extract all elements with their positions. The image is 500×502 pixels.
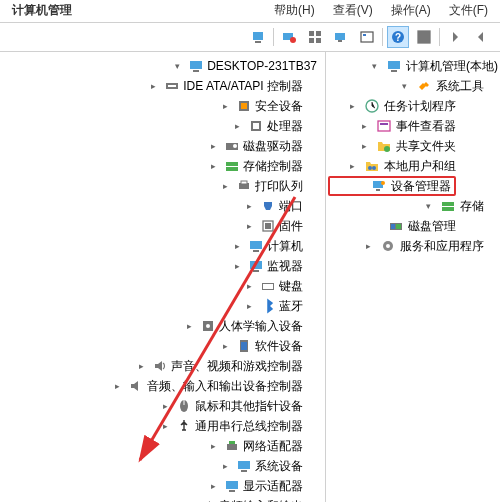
- chevron-right-icon[interactable]: ▸: [223, 461, 233, 471]
- svg-rect-64: [229, 441, 235, 444]
- chevron-down-icon[interactable]: ▾: [372, 61, 382, 71]
- device-item-storage-ctrl[interactable]: ▸存储控制器: [6, 156, 303, 176]
- tree-services[interactable]: ▸ 服务和应用程序: [328, 236, 484, 256]
- chevron-right-icon[interactable]: ▸: [235, 261, 245, 271]
- tree-disk-management[interactable]: 磁盘管理: [328, 216, 456, 236]
- chevron-right-icon[interactable]: ▸: [366, 241, 376, 251]
- toolbar-back-icon[interactable]: [470, 26, 492, 48]
- device-item-sw-device[interactable]: ▸软件设备: [6, 336, 303, 356]
- device-item-cpu[interactable]: ▸处理器: [6, 116, 303, 136]
- bluetooth-icon: [260, 298, 276, 314]
- chevron-right-icon[interactable]: ▸: [163, 421, 173, 431]
- chevron-right-icon[interactable]: ▸: [223, 101, 233, 111]
- toolbar-scan-icon[interactable]: [330, 26, 352, 48]
- svg-rect-18: [391, 70, 397, 72]
- tree-label: 服务和应用程序: [400, 238, 484, 255]
- tree-shared-folders[interactable]: ▸ 共享文件夹: [328, 136, 456, 156]
- chevron-right-icon[interactable]: ▸: [247, 301, 257, 311]
- device-item-root[interactable]: ▸固件: [6, 216, 303, 236]
- toolbar-uninstall-icon[interactable]: [278, 26, 300, 48]
- tree-label: 存储: [460, 198, 484, 215]
- chevron-right-icon[interactable]: ▸: [350, 161, 360, 171]
- chevron-right-icon[interactable]: ▸: [362, 121, 372, 131]
- toolbar-devices-icon[interactable]: [247, 26, 269, 48]
- storage-ctrl-icon: [224, 158, 240, 174]
- chevron-right-icon[interactable]: ▸: [223, 181, 233, 191]
- chevron-down-icon[interactable]: ▾: [402, 81, 412, 91]
- device-item-bluetooth[interactable]: ▸蓝牙: [6, 296, 303, 316]
- usb-icon: [176, 418, 192, 434]
- device-label: 计算机: [267, 238, 303, 255]
- device-item-mouse[interactable]: ▸鼠标和其他指针设备: [6, 396, 303, 416]
- device-item-port[interactable]: ▸端口: [6, 196, 303, 216]
- svg-point-58: [206, 324, 210, 328]
- tree-system-tools[interactable]: ▾ 系统工具: [328, 76, 484, 96]
- chevron-right-icon[interactable]: ▸: [223, 341, 233, 351]
- users-icon: [364, 158, 380, 174]
- chevron-right-icon[interactable]: ▸: [211, 141, 221, 151]
- toolbar-view-icon[interactable]: [304, 26, 326, 48]
- chevron-right-icon[interactable]: ▸: [211, 481, 221, 491]
- device-item-keyboard[interactable]: ▸键盘: [6, 276, 303, 296]
- chevron-right-icon[interactable]: ▸: [350, 101, 360, 111]
- device-label: 软件设备: [255, 338, 303, 355]
- chevron-right-icon[interactable]: ▸: [247, 201, 257, 211]
- tree-local-users[interactable]: ▸ 本地用户和组: [328, 156, 456, 176]
- tree-device-manager[interactable]: 设备管理器: [328, 176, 456, 196]
- device-item-security[interactable]: ▸安全设备: [6, 96, 303, 116]
- device-item-computer-node[interactable]: ▸计算机: [6, 236, 303, 256]
- chevron-down-icon[interactable]: ▾: [426, 201, 436, 211]
- tree-storage[interactable]: ▾ 存储: [328, 196, 484, 216]
- chevron-right-icon[interactable]: ▸: [362, 141, 372, 151]
- device-item-usb[interactable]: ▸通用串行总线控制器: [6, 416, 303, 436]
- audio-io-icon: [128, 378, 144, 394]
- toolbar-refresh-icon[interactable]: [356, 26, 378, 48]
- device-item-audio-io[interactable]: ▸音频、输入和输出设备控制器: [6, 376, 303, 396]
- chevron-right-icon[interactable]: ▸: [247, 281, 257, 291]
- chevron-right-icon[interactable]: ▸: [187, 321, 197, 331]
- menu-help[interactable]: 帮助(H): [274, 2, 315, 20]
- chevron-right-icon[interactable]: ▸: [115, 381, 125, 391]
- tree-event-viewer[interactable]: ▸ 事件查看器: [328, 116, 456, 136]
- chevron-right-icon[interactable]: ▸: [211, 161, 221, 171]
- chevron-right-icon[interactable]: ▸: [139, 361, 149, 371]
- device-item-display[interactable]: ▸显示适配器: [6, 476, 303, 496]
- svg-rect-60: [241, 342, 247, 350]
- svg-rect-11: [309, 38, 314, 43]
- chevron-right-icon[interactable]: ▸: [247, 221, 257, 231]
- device-item-disk-drive[interactable]: ▸磁盘驱动器: [6, 136, 303, 156]
- svg-rect-12: [316, 38, 321, 43]
- toolbar-forward-icon[interactable]: [444, 26, 466, 48]
- device-item-sys-device[interactable]: ▸系统设备: [6, 456, 303, 476]
- svg-rect-17: [388, 61, 400, 69]
- chevron-right-icon[interactable]: ▸: [163, 401, 173, 411]
- device-item-sound[interactable]: ▸声音、视频和游戏控制器: [6, 356, 303, 376]
- device-item-audio-bus[interactable]: ▸音频输入和输出: [6, 496, 303, 502]
- menu-action[interactable]: 操作(A): [391, 2, 431, 20]
- toolbar-properties-icon[interactable]: [413, 26, 435, 48]
- chevron-right-icon[interactable]: ▸: [235, 121, 245, 131]
- chevron-right-icon[interactable]: ▸: [211, 441, 221, 451]
- svg-point-22: [384, 146, 390, 152]
- toolbar-help-icon[interactable]: ?: [387, 26, 409, 48]
- device-item-monitor[interactable]: ▸监视器: [6, 256, 303, 276]
- svg-point-44: [233, 144, 237, 148]
- menu-view[interactable]: 查看(V): [333, 2, 373, 20]
- menu-file[interactable]: 文件(F): [449, 2, 488, 20]
- device-item-ide[interactable]: ▸IDE ATA/ATAPI 控制器: [6, 76, 303, 96]
- chevron-right-icon[interactable]: ▸: [235, 241, 245, 251]
- tree-task-scheduler[interactable]: ▸ 任务计划程序: [328, 96, 456, 116]
- chevron-right-icon[interactable]: ▸: [151, 81, 161, 91]
- network-icon: [224, 438, 240, 454]
- device-label: 键盘: [279, 278, 303, 295]
- device-item-printer-queue[interactable]: ▸打印队列: [6, 176, 303, 196]
- svg-rect-54: [253, 270, 259, 272]
- svg-rect-68: [229, 490, 235, 492]
- tree-root[interactable]: ▾ 计算机管理(本地): [328, 56, 498, 76]
- device-item-hid[interactable]: ▸人体学输入设备: [6, 316, 303, 336]
- device-item-network[interactable]: ▸网络适配器: [6, 436, 303, 456]
- svg-rect-16: [255, 41, 261, 43]
- device-root[interactable]: ▾ DESKTOP-231TB37: [6, 56, 319, 76]
- chevron-down-icon[interactable]: ▾: [175, 61, 185, 71]
- device-label: 声音、视频和游戏控制器: [171, 358, 303, 375]
